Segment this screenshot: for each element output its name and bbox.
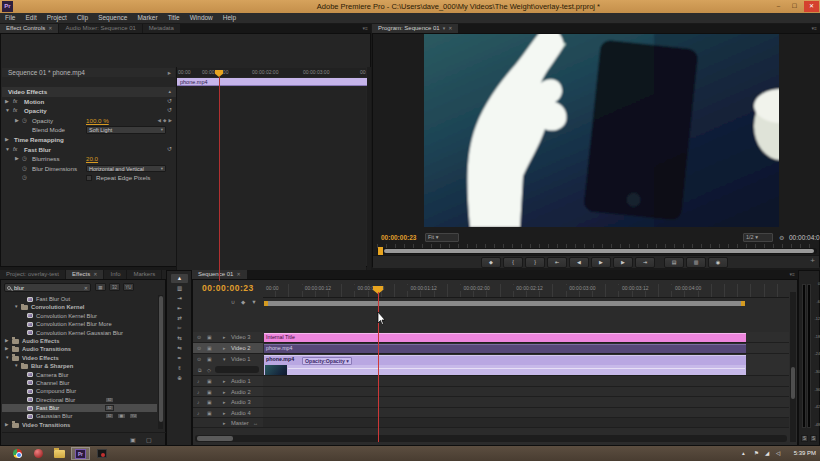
program-video-frame[interactable] bbox=[424, 34, 779, 227]
export-frame-button[interactable]: ◉ bbox=[708, 257, 728, 268]
tab-program-sequence[interactable]: Program: Sequence 01▾✕ bbox=[372, 24, 458, 33]
ripple-edit-tool[interactable]: ⇥ bbox=[171, 294, 188, 303]
set-marker-icon[interactable]: ▼ bbox=[251, 299, 262, 305]
sync-lock-icon[interactable]: ▣ bbox=[207, 334, 212, 340]
search-input[interactable] bbox=[14, 284, 82, 291]
sync-lock-icon[interactable]: ▣ bbox=[207, 410, 212, 416]
track-lane-audio-2[interactable] bbox=[263, 387, 789, 397]
add-marker-button[interactable]: ◆ bbox=[481, 257, 501, 268]
yuv-filter[interactable]: YU bbox=[123, 283, 134, 291]
sync-lock-icon[interactable]: ▣ bbox=[207, 399, 212, 405]
fx-badge-icon[interactable]: fx bbox=[13, 145, 17, 155]
taskbar-media-player-icon[interactable] bbox=[29, 447, 48, 460]
network-icon[interactable]: ◢ bbox=[765, 450, 769, 456]
twirl-icon[interactable]: ▼ bbox=[14, 303, 18, 311]
tree-item-convolution-kernel-gaussian-blur[interactable]: Convolution Kernel Gaussian Blur bbox=[2, 329, 157, 337]
chevron-right-icon[interactable]: ▸ bbox=[223, 420, 226, 426]
track-lane-video-2[interactable]: phone.mp4 bbox=[263, 343, 789, 353]
play-button[interactable]: ▶ bbox=[591, 257, 611, 268]
opacity-rubber-band[interactable] bbox=[288, 368, 745, 369]
clip-effect-chip[interactable]: Opacity:Opacity ▾ bbox=[302, 357, 352, 365]
snap-toggle-icon[interactable]: ∪ bbox=[231, 299, 241, 305]
toggle-track-output-icon[interactable]: ⊙ bbox=[197, 356, 201, 362]
track-header-audio-3[interactable]: ♪▣▸Audio 3 bbox=[193, 397, 263, 407]
sync-lock-icon[interactable]: ▣ bbox=[207, 389, 212, 395]
twirl-icon[interactable]: ▼ bbox=[5, 106, 10, 116]
keyframe-icon[interactable]: ◇ bbox=[207, 367, 211, 373]
program-playhead-icon[interactable] bbox=[378, 247, 383, 255]
track-select-tool[interactable]: ▥ bbox=[171, 284, 188, 293]
twirl-icon[interactable]: ▼ bbox=[5, 145, 10, 155]
set-display-style-icon[interactable]: ⧉ bbox=[198, 367, 202, 374]
tree-item-audio-effects[interactable]: ▶Audio Effects bbox=[2, 337, 157, 345]
extract-button[interactable]: ▥ bbox=[686, 257, 706, 268]
solo-right-button[interactable]: S bbox=[810, 435, 817, 442]
tab-effect-controls[interactable]: Effect Controls✕ bbox=[0, 24, 58, 33]
effect-row-opacity[interactable]: ▶◷Opacity100.0 %◀◆▶ bbox=[2, 116, 176, 126]
fx-badge-icon[interactable]: fx bbox=[13, 97, 17, 107]
track-lane-audio-1[interactable] bbox=[263, 376, 789, 386]
param-checkbox[interactable] bbox=[86, 175, 92, 181]
maximize-button[interactable]: ☐ bbox=[787, 1, 802, 12]
track-lane-audio-3[interactable] bbox=[263, 397, 789, 407]
timeline-timecode[interactable]: 00:00:00:23 bbox=[202, 283, 254, 293]
twirl-icon[interactable]: ▶ bbox=[5, 421, 8, 429]
clip-phone-mp4-v1[interactable]: phone.mp4 Opacity:Opacity ▾ bbox=[264, 355, 746, 366]
chevron-right-icon[interactable]: ▸ bbox=[223, 334, 226, 340]
effect-row-blend-mode[interactable]: Blend ModeSoft Light▾ bbox=[2, 125, 176, 135]
32bit-color-filter[interactable]: 32 bbox=[109, 283, 120, 291]
effect-controls-clip-bar[interactable]: phone.mp4 bbox=[177, 78, 367, 86]
panel-menu-icon[interactable]: ▾≡ bbox=[360, 24, 371, 33]
menu-file[interactable]: File bbox=[0, 13, 20, 23]
tree-item-video-effects[interactable]: ▼Video Effects bbox=[2, 354, 157, 362]
mark-out-button[interactable]: } bbox=[525, 257, 545, 268]
track-lane-audio-4[interactable] bbox=[263, 408, 789, 418]
param-value[interactable]: 20.0 bbox=[86, 154, 98, 164]
tray-expand-icon[interactable]: ▴ bbox=[742, 450, 745, 456]
encore-chapter-marker-icon[interactable]: ◆ bbox=[241, 299, 251, 305]
close-button[interactable]: ✕ bbox=[804, 1, 819, 12]
toggle-track-output-icon[interactable]: ⊙ bbox=[197, 334, 201, 340]
taskbar-clock[interactable]: 5:39 PM bbox=[794, 446, 816, 461]
settings-wrench-icon[interactable]: ⚙ bbox=[779, 234, 784, 241]
tree-item-directional-blur[interactable]: Directional Blur32 bbox=[2, 396, 157, 404]
chevron-right-icon[interactable]: ▸ bbox=[223, 345, 226, 351]
track-header-video-2[interactable]: ⊙ ▣ ▸ Video 2 bbox=[193, 343, 263, 353]
tree-item-fast-blur-out[interactable]: Fast Blur Out bbox=[2, 295, 157, 303]
clip-phone-mp4-v2[interactable]: phone.mp4 bbox=[264, 344, 746, 353]
step-back-button[interactable]: ◀ bbox=[569, 257, 589, 268]
tree-item-compound-blur[interactable]: Compound Blur bbox=[2, 387, 157, 395]
close-icon[interactable]: ✕ bbox=[93, 271, 97, 277]
stopwatch-icon[interactable]: ◷ bbox=[22, 164, 27, 174]
hand-tool[interactable]: ✌ bbox=[171, 364, 188, 373]
stopwatch-icon[interactable]: ◷ bbox=[22, 116, 27, 126]
effects-search-box[interactable]: ✕ bbox=[4, 283, 91, 292]
twirl-icon[interactable]: ▶ bbox=[5, 135, 9, 145]
lift-button[interactable]: ▤ bbox=[664, 257, 684, 268]
tree-item-gaussian-blur[interactable]: Gaussian Blur32▦YU bbox=[2, 412, 157, 420]
effects-scrollbar[interactable] bbox=[158, 295, 163, 429]
tree-item-convolution-kernel[interactable]: ▼Convolution Kernel bbox=[2, 303, 157, 311]
stopwatch-icon[interactable]: ◷ bbox=[22, 173, 27, 183]
sync-lock-icon[interactable]: ▣ bbox=[207, 345, 212, 351]
effect-row-motion[interactable]: ▶fxMotion↺ bbox=[2, 97, 176, 107]
clip-internal-title[interactable]: Internal Title bbox=[264, 333, 746, 342]
twirl-icon[interactable]: ▶ bbox=[15, 154, 19, 164]
param-dropdown[interactable]: Horizontal and Vertical▾ bbox=[86, 165, 166, 173]
fx-badge-icon[interactable]: fx bbox=[13, 106, 17, 116]
reset-icon[interactable]: ↺ bbox=[167, 106, 172, 116]
toggle-track-output-icon[interactable]: ⊙ bbox=[197, 345, 201, 351]
slip-tool[interactable]: ⇆ bbox=[171, 334, 188, 343]
rolling-edit-tool[interactable]: ⇤ bbox=[171, 304, 188, 313]
effect-row-opacity[interactable]: ▼fxOpacity↺ bbox=[2, 106, 176, 116]
stopwatch-icon[interactable]: ◷ bbox=[22, 154, 27, 164]
tree-item-convolution-kernel-blur[interactable]: Convolution Kernel Blur bbox=[2, 312, 157, 320]
effect-row-repeat-edge-pixels[interactable]: ◷Repeat Edge Pixels bbox=[2, 173, 176, 183]
volume-icon[interactable]: ◁ bbox=[776, 450, 780, 456]
program-scrubber[interactable] bbox=[377, 248, 817, 254]
twirl-icon[interactable]: ▶ bbox=[5, 97, 9, 107]
clip-keyframe-area[interactable] bbox=[264, 365, 746, 375]
track-header-audio-4[interactable]: ♪▣▸Audio 4 bbox=[193, 408, 263, 418]
minimize-button[interactable]: – bbox=[771, 1, 786, 12]
tree-item-fast-blur[interactable]: Fast Blur32 bbox=[2, 404, 157, 412]
